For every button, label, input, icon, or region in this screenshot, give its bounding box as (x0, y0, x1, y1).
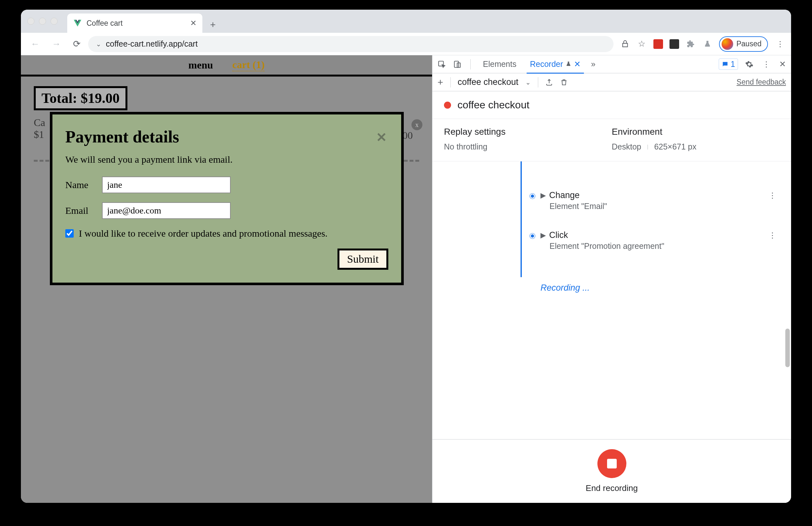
item-right: 00 (403, 130, 413, 141)
bookmark-icon[interactable]: ☆ (637, 39, 647, 49)
replay-settings-title: Replay settings (444, 127, 612, 137)
submit-button[interactable]: Submit (337, 249, 388, 270)
url-text: coffee-cart.netlify.app/cart (106, 39, 198, 48)
tab-strip: Coffee cart ✕ + (67, 10, 218, 33)
recording-status: Recording ... (540, 283, 780, 293)
recording-indicator-icon (444, 102, 451, 109)
new-recording-button[interactable]: + (437, 77, 443, 88)
new-tab-button[interactable]: + (207, 17, 218, 33)
payment-modal: ✕ Payment details We will send you a pay… (50, 112, 404, 285)
promo-checkbox[interactable] (65, 229, 74, 238)
delete-icon[interactable] (560, 78, 568, 86)
tab-recorder[interactable]: Recorder ✕ (527, 56, 584, 74)
extension-red[interactable] (653, 39, 663, 49)
recording-selector[interactable]: coffee checkout (458, 77, 519, 87)
settings-gear-icon[interactable] (745, 60, 753, 69)
omnibox[interactable]: ⌄ coffee-cart.netlify.app/cart (88, 36, 613, 52)
chrome-menu-icon[interactable]: ⋮ (774, 40, 786, 48)
close-tab-icon[interactable]: ✕ (190, 19, 197, 28)
end-recording-button[interactable] (597, 449, 626, 478)
page-nav: menu cart (1) (21, 55, 432, 75)
recorder-toolbar: + coffee checkout ⌄ Send feedback (432, 73, 791, 91)
step-dot-icon (530, 194, 535, 199)
timeline-line (521, 161, 522, 277)
environment-col: Environment Desktop | 625×671 px (612, 127, 780, 151)
promo-row: I would like to receive order updates an… (65, 228, 388, 239)
devtools-panel: Elements Recorder ✕ » 1 ⋮ ✕ (432, 55, 791, 503)
address-bar: ← → ⟳ ⌄ coffee-cart.netlify.app/cart ☆ P… (21, 33, 791, 55)
minimize-window[interactable] (39, 18, 46, 25)
timeline-step[interactable]: ▶ Click ⋮ Element "Promotion agreement" (521, 230, 780, 251)
stop-icon (607, 459, 617, 468)
maximize-window[interactable] (50, 18, 58, 25)
flask-icon (566, 61, 571, 67)
back-button[interactable]: ← (26, 36, 44, 52)
chat-icon (722, 61, 729, 68)
forward-button[interactable]: → (47, 36, 65, 52)
timeline: ▶ Change ⋮ Element "Email" ▶ Click ⋮ Ele… (432, 161, 791, 439)
nav-menu[interactable]: menu (189, 59, 213, 71)
export-icon[interactable] (545, 78, 553, 86)
close-window[interactable] (27, 18, 34, 25)
step-menu-icon[interactable]: ⋮ (769, 191, 776, 200)
send-feedback-link[interactable]: Send feedback (737, 78, 786, 87)
replay-settings-col: Replay settings No throttling (444, 127, 612, 151)
step-action: Click (549, 230, 568, 240)
promo-label: I would like to receive order updates an… (79, 228, 328, 239)
inspect-icon[interactable] (437, 60, 446, 69)
dropdown-icon[interactable]: ⌄ (525, 78, 531, 86)
recorder-footer: End recording (432, 439, 791, 503)
browser-tab[interactable]: Coffee cart ✕ (67, 14, 202, 33)
name-field: Name (65, 177, 388, 193)
name-label: Name (65, 179, 94, 190)
more-tabs-icon[interactable]: » (591, 59, 595, 69)
email-label: Email (65, 205, 94, 216)
total-box[interactable]: Total: $19.00 (34, 86, 127, 110)
step-detail: Element "Email" (550, 201, 780, 211)
close-recorder-icon[interactable]: ✕ (574, 59, 581, 69)
expand-icon[interactable]: ▶ (540, 191, 546, 200)
device-toggle-icon[interactable] (453, 60, 461, 69)
remove-item-button[interactable]: x (411, 119, 422, 130)
issues-badge[interactable]: 1 (719, 59, 738, 70)
profile-status: Paused (736, 40, 762, 48)
labs-flask-icon[interactable] (702, 39, 713, 49)
reload-button[interactable]: ⟳ (69, 36, 85, 52)
timeline-step[interactable]: ▶ Change ⋮ Element "Email" (521, 190, 780, 211)
email-input[interactable] (102, 202, 231, 219)
throttling-value[interactable]: No throttling (444, 142, 612, 151)
recording-header: coffee checkout (432, 91, 791, 119)
recording-title: coffee checkout (458, 99, 530, 111)
environment-title: Environment (612, 127, 780, 137)
recording-settings: Replay settings No throttling Environmen… (432, 119, 791, 161)
devtools-menu-icon[interactable]: ⋮ (760, 60, 772, 69)
nav-cart[interactable]: cart (1) (232, 59, 264, 71)
scrollbar[interactable] (785, 329, 790, 367)
traffic-lights (27, 18, 58, 25)
extensions-puzzle-icon[interactable] (685, 39, 696, 49)
titlebar: Coffee cart ✕ + (21, 10, 791, 33)
step-menu-icon[interactable]: ⋮ (769, 231, 776, 240)
expand-icon[interactable]: ▶ (540, 231, 546, 240)
vue-icon (73, 19, 82, 28)
page-content: menu cart (1) Total: $19.00 Ca $1 00 x ✕… (21, 55, 432, 503)
page-body: Total: $19.00 Ca $1 00 x ✕ Payment detai… (21, 75, 432, 503)
close-devtools-icon[interactable]: ✕ (779, 59, 786, 69)
viewport: menu cart (1) Total: $19.00 Ca $1 00 x ✕… (21, 55, 791, 503)
browser-window: Coffee cart ✕ + ← → ⟳ ⌄ coffee-cart.netl… (21, 10, 791, 503)
name-input[interactable] (102, 177, 231, 193)
step-dot-icon (530, 234, 535, 239)
profile-chip[interactable]: Paused (719, 36, 768, 52)
share-icon[interactable] (620, 39, 630, 49)
svg-rect-1 (454, 61, 459, 67)
tab-title: Coffee cart (87, 19, 186, 28)
end-recording-label: End recording (586, 483, 638, 493)
step-detail: Element "Promotion agreement" (550, 241, 780, 251)
site-info-icon[interactable]: ⌄ (96, 40, 101, 48)
modal-subtitle: We will send you a payment link via emai… (65, 154, 388, 165)
avatar (722, 38, 733, 50)
extension-dark[interactable] (669, 39, 679, 49)
close-modal-icon[interactable]: ✕ (376, 130, 387, 145)
tab-elements[interactable]: Elements (480, 56, 520, 73)
addr-actions: ☆ Paused ⋮ (620, 36, 786, 52)
